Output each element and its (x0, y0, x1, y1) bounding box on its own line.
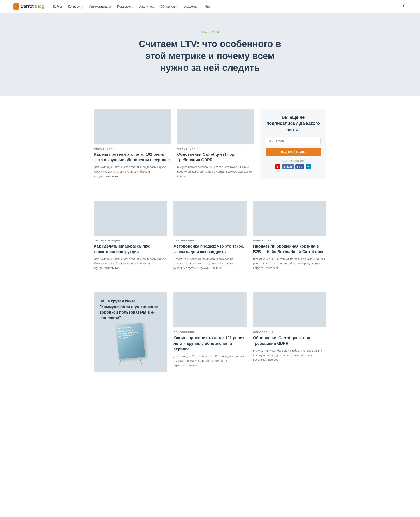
card-image (253, 292, 326, 327)
article-card: ОБНОВЛЕНИЯ Продаёт ли брошенная корзина … (253, 201, 326, 271)
nav-item-обновления[interactable]: Обновления (161, 5, 178, 8)
book-cover: Carrot quest Коммуникации и управление в… (116, 323, 145, 359)
svg-line-3 (405, 7, 406, 7)
article-card: ОБНОВЛЕНИЯ Автоворонка продаж: что это т… (173, 201, 246, 271)
article-card: ОБНОВЛЕНИЯ Обновления Carrot quest под т… (177, 109, 254, 179)
promo-title: Наша крутая книга "Коммуникации и управл… (99, 299, 162, 321)
card-excerpt: Мы уже написали большой разбор, что тако… (253, 349, 326, 362)
card-title[interactable]: Продаёт ли брошенная корзина в B2B — Кей… (253, 244, 326, 255)
section-divider (94, 281, 326, 281)
card-title[interactable]: Обновления Carrot quest под требования G… (253, 335, 326, 346)
card-title[interactable]: Автоворонка продаж: что это такое, зачем… (173, 244, 246, 255)
sidebar-cta-title: Вы еще не подписались? Да какого черта! (266, 114, 321, 133)
card-excerpt: Вспомните изрядную часть своих походов п… (173, 257, 246, 270)
nav-item-академия[interactable]: Академия (184, 5, 198, 8)
nav-item-аналитика[interactable]: Аналитика (139, 5, 154, 8)
card-title[interactable]: Как мы провели это лето: 101 релиз лета … (173, 335, 246, 352)
nav-item-автоматизация[interactable]: Автоматизация (89, 5, 111, 8)
card-category: ОБНОВЛЕНИЯ (173, 331, 246, 333)
card-image (94, 201, 167, 236)
article-card: ОБНОВЛЕНИЯ Как мы провели это лето: 101 … (94, 109, 171, 179)
article-card: ОБНОВЛЕНИЯ Как мы провели это лето: 101 … (173, 292, 246, 372)
social-facebook-btn[interactable]: f 643 (295, 164, 304, 169)
social-telegram-btn[interactable]: ✈ (306, 164, 311, 169)
logo-icon: 🥕 (13, 3, 19, 10)
card-category: АВТОМАТИЗАЦИЯ (94, 239, 167, 242)
logo-link[interactable]: 🥕 Carrot blog (13, 3, 44, 10)
promo-card[interactable]: Наша крутая книга "Коммуникации и управл… (94, 292, 167, 372)
card-category: ОБНОВЛЕНИЯ (173, 239, 246, 242)
card-title[interactable]: Обновления Carrot quest под требования G… (177, 152, 254, 163)
main-content: ОБНОВЛЕНИЯ Как мы провели это лето: 101 … (90, 96, 330, 385)
card-image (94, 109, 171, 144)
card-excerpt: Для команды Carrot quest лето 2018 выдал… (173, 354, 246, 368)
logo-carrot: Carrot (21, 4, 34, 9)
card-excerpt: Мы уже написали большой разбор, что тако… (177, 165, 254, 178)
sidebar: Вы еще не подписались? Да какого черта! … (260, 109, 326, 179)
hero-category: АКАДЕМИЯ (13, 31, 407, 34)
section-divider (94, 190, 326, 190)
top-row: ОБНОВЛЕНИЯ Как мы провели это лето: 101 … (94, 109, 326, 179)
article-card: АВТОМАТИЗАЦИЯ Как сделать email-рассылку… (94, 201, 167, 271)
sidebar-email-input[interactable] (266, 137, 321, 145)
svg-text:🥕: 🥕 (14, 4, 19, 9)
sidebar-subscribe-button[interactable]: ПОДПИСАТЬСЯ › (266, 148, 321, 156)
social-youtube-btn[interactable]: ▶ (275, 164, 280, 169)
card-category: ОБНОВЛЕНИЯ (253, 331, 326, 333)
hero-section: АКАДЕМИЯ Считаем LTV: что особенного в э… (0, 13, 420, 96)
card-category: ОБНОВЛЕНИЯ (253, 239, 326, 242)
card-excerpt: В этом кейсе B2B интернет-магазина покаж… (253, 257, 326, 270)
svg-point-2 (403, 5, 406, 7)
bottom-row: Наша крутая книга "Коммуникации и управл… (94, 292, 326, 372)
nav-item-кейсы[interactable]: Кейсы (53, 5, 62, 8)
middle-row: АВТОМАТИЗАЦИЯ Как сделать email-рассылку… (94, 201, 326, 271)
social-icons: ▶ вк 1183 f 643 ✈ (266, 164, 321, 169)
nav-item-мир[interactable]: Мир (204, 5, 210, 8)
card-category: ОБНОВЛЕНИЯ (94, 148, 171, 150)
sidebar-social-label: БУДЬТЕ РЯДОМ (266, 160, 321, 162)
nav-item-поддержка[interactable]: Поддержка (117, 5, 133, 8)
card-category: ОБНОВЛЕНИЯ (177, 148, 254, 150)
nav-item-конверсия[interactable]: Конверсия (68, 5, 83, 8)
article-card: ОБНОВЛЕНИЯ Обновления Carrot quest под т… (253, 292, 326, 372)
card-image (253, 201, 326, 236)
card-excerpt: Для команды Carrot quest лето 2018 выдал… (94, 257, 167, 270)
card-title[interactable]: Как сделать email-рассылку: пошаговая ин… (94, 244, 167, 255)
social-vk-btn[interactable]: вк 1183 (282, 164, 294, 169)
card-title[interactable]: Как мы провели это лето: 101 релиз лета … (94, 152, 171, 163)
card-image (173, 292, 246, 327)
card-image (177, 109, 254, 144)
card-excerpt: Для команды Carrot quest лето 2018 выдал… (94, 165, 171, 178)
card-image (173, 201, 246, 236)
search-icon[interactable] (403, 4, 407, 9)
site-header: 🥕 Carrot blog КейсыКонверсияАвтоматизаци… (0, 0, 420, 13)
main-nav: КейсыКонверсияАвтоматизацияПоддержкаАнал… (53, 5, 403, 8)
logo-blog: blog (35, 4, 44, 9)
hero-title: Считаем LTV: что особенного в этой метри… (134, 38, 286, 74)
